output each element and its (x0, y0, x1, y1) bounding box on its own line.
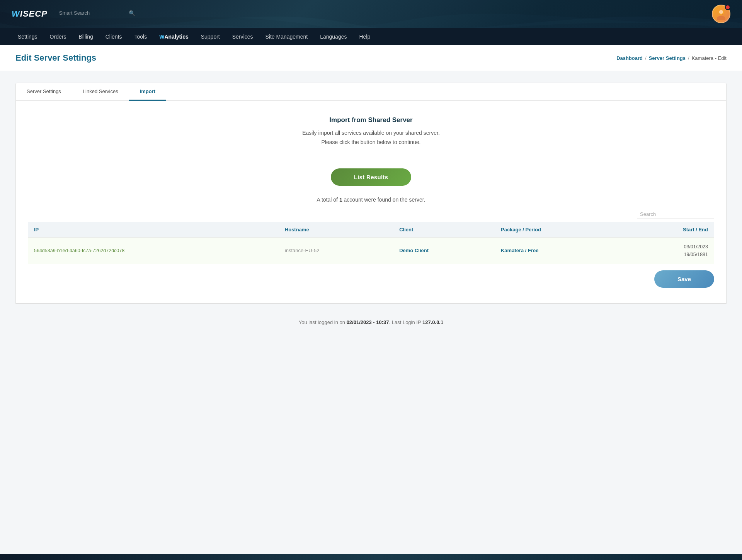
site-logo: WISECP (12, 9, 48, 19)
nav-clients[interactable]: Clients (99, 28, 128, 45)
cell-ip: 564d53a9-b1ed-4a60-fc7a-7262d72dc078 (28, 237, 279, 264)
nav-help[interactable]: Help (353, 28, 376, 45)
col-ip: IP (28, 222, 279, 238)
page-title: Edit Server Settings (15, 53, 96, 63)
breadcrumb-bar: Edit Server Settings Dashboard / Server … (0, 45, 742, 71)
breadcrumb-current: Kamatera - Edit (692, 55, 727, 61)
nav-tools[interactable]: Tools (128, 28, 153, 45)
notification-badge (725, 5, 730, 10)
nav-wanalytics[interactable]: WAnalytics (153, 28, 194, 45)
nav-site-management[interactable]: Site Management (259, 28, 314, 45)
col-dates: Start / End (623, 222, 714, 238)
search-input[interactable] (59, 10, 129, 16)
breadcrumb-sep-2: / (688, 55, 689, 61)
col-hostname: Hostname (279, 222, 393, 238)
col-package: Package / Period (495, 222, 623, 238)
table-header-row: IP Hostname Client Package / Period Star… (28, 222, 714, 238)
import-tab-content: Import from Shared Server Easily import … (16, 101, 726, 304)
cell-client: Demo Client (393, 237, 495, 264)
breadcrumb-server-settings[interactable]: Server Settings (649, 55, 686, 61)
tabs-wrapper: Server Settings Linked Services Import I… (15, 83, 727, 304)
last-login: You last logged in on 02/01/2023 - 10:37… (15, 319, 727, 325)
breadcrumb-sep-1: / (645, 55, 647, 61)
nav-settings[interactable]: Settings (12, 28, 44, 45)
tab-import[interactable]: Import (129, 83, 166, 101)
main-content: Server Settings Linked Services Import I… (0, 71, 742, 554)
tab-server-settings[interactable]: Server Settings (16, 83, 72, 101)
results-summary: A total of 1 account were found on the s… (28, 197, 714, 203)
save-btn-wrap: Save (28, 270, 714, 288)
cell-dates: 03/01/2023 19/05/1881 (623, 237, 714, 264)
tabs-header: Server Settings Linked Services Import (16, 83, 726, 101)
nav-billing[interactable]: Billing (72, 28, 99, 45)
table-row: 564d53a9-b1ed-4a60-fc7a-7262d72dc078 ins… (28, 237, 714, 264)
breadcrumb-dashboard[interactable]: Dashboard (616, 55, 643, 61)
breadcrumb: Dashboard / Server Settings / Kamatera -… (616, 55, 727, 61)
nav-languages[interactable]: Languages (314, 28, 353, 45)
nav-services[interactable]: Services (226, 28, 259, 45)
list-results-button[interactable]: List Results (331, 168, 412, 186)
footer: Copyright © 2023 All Rights Reserved. Po… (0, 554, 742, 560)
save-button[interactable]: Save (654, 270, 714, 288)
svg-point-2 (719, 10, 723, 14)
cell-hostname: instance-EU-52 (279, 237, 393, 264)
search-bar[interactable]: 🔍 (59, 10, 144, 18)
nav-support[interactable]: Support (195, 28, 226, 45)
main-nav: Settings Orders Billing Clients Tools WA… (0, 28, 742, 45)
table-search-input[interactable] (637, 210, 714, 219)
import-description: Easily import all services available on … (28, 129, 714, 147)
col-client: Client (393, 222, 495, 238)
user-avatar[interactable] (712, 5, 730, 23)
import-title: Import from Shared Server (28, 116, 714, 124)
search-icon: 🔍 (129, 10, 135, 16)
cell-package: Kamatera / Free (495, 237, 623, 264)
tab-linked-services[interactable]: Linked Services (72, 83, 129, 101)
results-table: IP Hostname Client Package / Period Star… (28, 222, 714, 264)
table-search-wrap (28, 210, 714, 219)
svg-point-1 (717, 16, 725, 20)
import-section: Import from Shared Server Easily import … (28, 116, 714, 186)
nav-orders[interactable]: Orders (44, 28, 73, 45)
